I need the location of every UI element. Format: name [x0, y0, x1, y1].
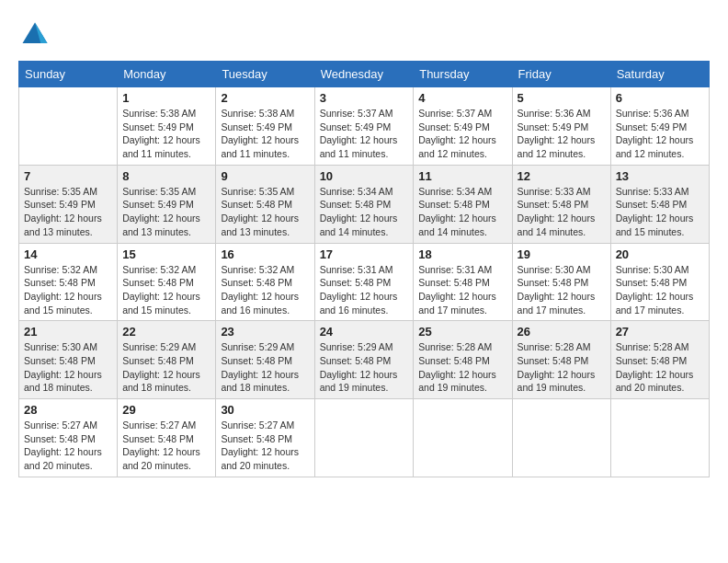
day-number: 24	[320, 325, 409, 339]
day-number: 18	[418, 247, 506, 261]
calendar-cell: 9Sunrise: 5:35 AM Sunset: 5:48 PM Daylig…	[216, 165, 314, 243]
calendar-cell: 22Sunrise: 5:29 AM Sunset: 5:48 PM Dayli…	[118, 321, 216, 399]
calendar-cell: 18Sunrise: 5:31 AM Sunset: 5:48 PM Dayli…	[414, 243, 512, 321]
calendar-cell	[19, 87, 118, 166]
day-info: Sunrise: 5:35 AM Sunset: 5:49 PM Dayligh…	[122, 185, 210, 239]
day-number: 3	[320, 91, 409, 105]
day-info: Sunrise: 5:30 AM Sunset: 5:48 PM Dayligh…	[24, 340, 112, 395]
day-number: 23	[221, 325, 309, 339]
day-number: 11	[418, 169, 506, 183]
day-number: 7	[24, 169, 112, 183]
calendar-cell: 14Sunrise: 5:32 AM Sunset: 5:48 PM Dayli…	[19, 243, 118, 321]
calendar-header-wednesday: Wednesday	[314, 62, 414, 87]
day-number: 1	[122, 91, 210, 105]
calendar-cell	[610, 399, 709, 477]
calendar-cell: 20Sunrise: 5:30 AM Sunset: 5:48 PM Dayli…	[610, 243, 709, 321]
day-info: Sunrise: 5:37 AM Sunset: 5:49 PM Dayligh…	[418, 107, 506, 161]
calendar-week-5: 28Sunrise: 5:27 AM Sunset: 5:48 PM Dayli…	[19, 399, 710, 477]
day-info: Sunrise: 5:29 AM Sunset: 5:48 PM Dayligh…	[221, 340, 309, 395]
page-header	[18, 18, 710, 52]
day-number: 8	[122, 169, 210, 183]
calendar-cell: 19Sunrise: 5:30 AM Sunset: 5:48 PM Dayli…	[512, 243, 610, 321]
calendar-week-4: 21Sunrise: 5:30 AM Sunset: 5:48 PM Dayli…	[19, 321, 710, 399]
day-number: 4	[418, 91, 506, 105]
calendar-cell: 23Sunrise: 5:29 AM Sunset: 5:48 PM Dayli…	[216, 321, 314, 399]
day-number: 30	[221, 403, 309, 417]
day-number: 9	[221, 169, 309, 183]
calendar-header-tuesday: Tuesday	[216, 62, 314, 87]
day-info: Sunrise: 5:29 AM Sunset: 5:48 PM Dayligh…	[320, 340, 409, 395]
day-info: Sunrise: 5:31 AM Sunset: 5:48 PM Dayligh…	[418, 263, 506, 317]
day-info: Sunrise: 5:28 AM Sunset: 5:48 PM Dayligh…	[616, 340, 704, 395]
day-info: Sunrise: 5:27 AM Sunset: 5:48 PM Dayligh…	[122, 419, 210, 473]
day-info: Sunrise: 5:32 AM Sunset: 5:48 PM Dayligh…	[24, 263, 112, 317]
day-info: Sunrise: 5:36 AM Sunset: 5:49 PM Dayligh…	[518, 107, 606, 161]
calendar-table: SundayMondayTuesdayWednesdayThursdayFrid…	[18, 61, 710, 477]
calendar-cell: 21Sunrise: 5:30 AM Sunset: 5:48 PM Dayli…	[19, 321, 118, 399]
calendar-cell: 3Sunrise: 5:37 AM Sunset: 5:49 PM Daylig…	[314, 87, 414, 166]
day-number: 14	[24, 247, 112, 261]
calendar-header-saturday: Saturday	[610, 62, 709, 87]
day-number: 25	[418, 325, 506, 339]
day-number: 2	[221, 91, 309, 105]
calendar-cell: 8Sunrise: 5:35 AM Sunset: 5:49 PM Daylig…	[118, 165, 216, 243]
calendar-header-friday: Friday	[512, 62, 610, 87]
calendar-cell	[512, 399, 610, 477]
day-info: Sunrise: 5:28 AM Sunset: 5:48 PM Dayligh…	[418, 340, 506, 395]
calendar-cell	[314, 399, 414, 477]
day-info: Sunrise: 5:38 AM Sunset: 5:49 PM Dayligh…	[122, 107, 210, 161]
day-number: 16	[221, 247, 309, 261]
day-info: Sunrise: 5:36 AM Sunset: 5:49 PM Dayligh…	[616, 107, 704, 161]
calendar-cell: 2Sunrise: 5:38 AM Sunset: 5:49 PM Daylig…	[216, 87, 314, 166]
day-number: 6	[616, 91, 704, 105]
day-info: Sunrise: 5:29 AM Sunset: 5:48 PM Dayligh…	[122, 340, 210, 395]
calendar-cell: 1Sunrise: 5:38 AM Sunset: 5:49 PM Daylig…	[118, 87, 216, 166]
calendar-cell: 13Sunrise: 5:33 AM Sunset: 5:48 PM Dayli…	[610, 165, 709, 243]
day-number: 29	[122, 403, 210, 417]
day-number: 13	[616, 169, 704, 183]
calendar-header-sunday: Sunday	[19, 62, 118, 87]
calendar-cell: 11Sunrise: 5:34 AM Sunset: 5:48 PM Dayli…	[414, 165, 512, 243]
calendar-cell: 28Sunrise: 5:27 AM Sunset: 5:48 PM Dayli…	[19, 399, 118, 477]
calendar-cell: 27Sunrise: 5:28 AM Sunset: 5:48 PM Dayli…	[610, 321, 709, 399]
day-number: 19	[518, 247, 606, 261]
day-info: Sunrise: 5:34 AM Sunset: 5:48 PM Dayligh…	[320, 185, 409, 239]
calendar-header-monday: Monday	[118, 62, 216, 87]
day-number: 5	[518, 91, 606, 105]
calendar-cell: 10Sunrise: 5:34 AM Sunset: 5:48 PM Dayli…	[314, 165, 414, 243]
calendar-week-1: 1Sunrise: 5:38 AM Sunset: 5:49 PM Daylig…	[19, 87, 710, 166]
calendar-cell: 4Sunrise: 5:37 AM Sunset: 5:49 PM Daylig…	[414, 87, 512, 166]
calendar-cell: 7Sunrise: 5:35 AM Sunset: 5:49 PM Daylig…	[19, 165, 118, 243]
day-info: Sunrise: 5:28 AM Sunset: 5:48 PM Dayligh…	[518, 340, 606, 395]
day-info: Sunrise: 5:33 AM Sunset: 5:48 PM Dayligh…	[518, 185, 606, 239]
day-number: 21	[24, 325, 112, 339]
calendar-cell: 12Sunrise: 5:33 AM Sunset: 5:48 PM Dayli…	[512, 165, 610, 243]
calendar-week-3: 14Sunrise: 5:32 AM Sunset: 5:48 PM Dayli…	[19, 243, 710, 321]
day-number: 17	[320, 247, 409, 261]
day-info: Sunrise: 5:30 AM Sunset: 5:48 PM Dayligh…	[518, 263, 606, 317]
day-number: 27	[616, 325, 704, 339]
day-number: 28	[24, 403, 112, 417]
calendar-cell: 16Sunrise: 5:32 AM Sunset: 5:48 PM Dayli…	[216, 243, 314, 321]
day-number: 22	[122, 325, 210, 339]
logo-icon	[18, 18, 51, 52]
calendar-cell: 5Sunrise: 5:36 AM Sunset: 5:49 PM Daylig…	[512, 87, 610, 166]
day-info: Sunrise: 5:33 AM Sunset: 5:48 PM Dayligh…	[616, 185, 704, 239]
day-number: 26	[518, 325, 606, 339]
day-info: Sunrise: 5:27 AM Sunset: 5:48 PM Dayligh…	[221, 419, 309, 473]
calendar-cell: 26Sunrise: 5:28 AM Sunset: 5:48 PM Dayli…	[512, 321, 610, 399]
calendar-header-row: SundayMondayTuesdayWednesdayThursdayFrid…	[19, 62, 710, 87]
calendar-cell: 15Sunrise: 5:32 AM Sunset: 5:48 PM Dayli…	[118, 243, 216, 321]
calendar-cell: 29Sunrise: 5:27 AM Sunset: 5:48 PM Dayli…	[118, 399, 216, 477]
calendar-cell	[414, 399, 512, 477]
day-info: Sunrise: 5:30 AM Sunset: 5:48 PM Dayligh…	[616, 263, 704, 317]
calendar-header-thursday: Thursday	[414, 62, 512, 87]
calendar-week-2: 7Sunrise: 5:35 AM Sunset: 5:49 PM Daylig…	[19, 165, 710, 243]
calendar-cell: 30Sunrise: 5:27 AM Sunset: 5:48 PM Dayli…	[216, 399, 314, 477]
day-info: Sunrise: 5:35 AM Sunset: 5:49 PM Dayligh…	[24, 185, 112, 239]
day-info: Sunrise: 5:27 AM Sunset: 5:48 PM Dayligh…	[24, 419, 112, 473]
calendar-cell: 25Sunrise: 5:28 AM Sunset: 5:48 PM Dayli…	[414, 321, 512, 399]
logo	[18, 18, 55, 52]
day-number: 15	[122, 247, 210, 261]
day-info: Sunrise: 5:38 AM Sunset: 5:49 PM Dayligh…	[221, 107, 309, 161]
